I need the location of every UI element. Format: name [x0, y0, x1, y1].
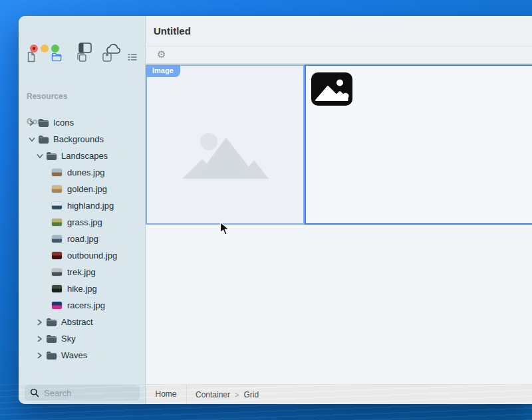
breadcrumb-grid[interactable]: Grid: [243, 390, 259, 399]
tree-item-outbound-jpg[interactable]: outbound.jpg: [19, 247, 145, 264]
folder-icon: [38, 135, 49, 144]
image-node-selected[interactable]: [305, 64, 532, 225]
chevron-right-icon[interactable]: [37, 319, 45, 326]
file-thumbnail: [52, 219, 62, 226]
tree-item-label: golden.jpg: [67, 184, 107, 194]
tree-item-label: trek.jpg: [67, 267, 96, 277]
tab-home[interactable]: Home: [146, 385, 187, 404]
tree-item-label: Sky: [61, 334, 76, 344]
sidebar: Resources Core IconsBackgroundsLandscape…: [19, 16, 146, 404]
tree-item-label: road.jpg: [67, 234, 98, 244]
tree-item-label: grass.jpg: [67, 217, 102, 227]
file-thumbnail: [52, 169, 62, 176]
breadcrumb: Container > Grid: [196, 390, 259, 399]
chevron-down-icon[interactable]: [29, 136, 37, 143]
image-node-empty[interactable]: Image: [146, 64, 305, 225]
tree-item-label: Icons: [53, 118, 74, 128]
tree-item-label: highland.jpg: [67, 201, 114, 211]
duplicate-icon[interactable]: [76, 51, 88, 63]
photo-icon: [311, 72, 352, 108]
folder-icon: [46, 318, 57, 326]
file-thumbnail: [52, 252, 62, 259]
sidebar-toolbar: [19, 51, 145, 63]
tree-item-backgrounds[interactable]: Backgrounds: [19, 131, 145, 148]
mountains-placeholder-icon: [182, 127, 269, 181]
folder-icon: [46, 334, 57, 343]
file-thumbnail: [52, 235, 62, 243]
chevron-right-icon[interactable]: [29, 120, 37, 126]
chevron-down-icon[interactable]: [37, 153, 45, 159]
tree-item-road-jpg[interactable]: road.jpg: [19, 231, 145, 247]
tree-item-waves[interactable]: Waves: [19, 347, 145, 364]
canvas[interactable]: Image: [146, 64, 532, 384]
bottom-bar: Home Container > Grid: [146, 384, 532, 404]
tree-item-label: hike.jpg: [67, 284, 97, 294]
breadcrumb-separator: >: [235, 391, 239, 399]
tree-item-trek-jpg[interactable]: trek.jpg: [19, 264, 145, 280]
new-document-icon[interactable]: [25, 51, 37, 63]
search-icon: [30, 388, 39, 397]
tree-item-hike-jpg[interactable]: hike.jpg: [19, 280, 145, 297]
folder-icon: [46, 152, 57, 160]
folder-icon[interactable]: [51, 51, 63, 63]
tree-item-label: Waves: [61, 350, 87, 360]
file-thumbnail: [52, 185, 62, 193]
search-input[interactable]: Search: [25, 385, 140, 401]
tree-item-label: outbound.jpg: [67, 251, 117, 261]
tree-item-icons[interactable]: Icons: [19, 114, 145, 131]
search-placeholder: Search: [44, 388, 71, 398]
resource-tree: IconsBackgroundsLandscapesdunes.jpggolde…: [19, 114, 145, 364]
save-card-icon[interactable]: [101, 51, 113, 63]
file-thumbnail: [52, 302, 62, 309]
tree-item-label: Backgrounds: [53, 134, 104, 144]
tree-item-highland-jpg[interactable]: highland.jpg: [19, 197, 145, 214]
tree-item-abstract[interactable]: Abstract: [19, 314, 145, 330]
folder-icon: [38, 118, 49, 127]
tree-item-dunes-jpg[interactable]: dunes.jpg: [19, 164, 145, 181]
folder-icon: [46, 351, 57, 360]
chevron-right-icon[interactable]: [37, 336, 45, 342]
desktop-wallpaper: Resources Core IconsBackgroundsLandscape…: [0, 0, 532, 420]
tree-item-sky[interactable]: Sky: [19, 330, 145, 347]
tree-item-label: Abstract: [61, 317, 93, 327]
app-window: Resources Core IconsBackgroundsLandscape…: [19, 16, 532, 404]
outline-list-icon[interactable]: [126, 51, 138, 63]
tree-item-label: dunes.jpg: [67, 167, 104, 177]
file-thumbnail: [52, 202, 62, 209]
main-area: Untitled ⚙ Image: [146, 16, 532, 404]
file-thumbnail: [52, 285, 62, 292]
tree-item-golden-jpg[interactable]: golden.jpg: [19, 181, 145, 197]
tree-item-label: racers.jpg: [67, 300, 105, 310]
tree-item-landscapes[interactable]: Landscapes: [19, 148, 145, 164]
chevron-right-icon[interactable]: [37, 352, 45, 359]
tree-item-label: Landscapes: [61, 151, 108, 161]
settings-gear-icon[interactable]: ⚙: [157, 50, 166, 60]
tree-item-racers-jpg[interactable]: racers.jpg: [19, 297, 145, 314]
canvas-toolbar: ⚙: [146, 47, 532, 64]
document-title: Untitled: [154, 25, 191, 37]
tree-item-grass-jpg[interactable]: grass.jpg: [19, 214, 145, 231]
breadcrumb-container[interactable]: Container: [196, 390, 230, 399]
file-thumbnail: [52, 268, 62, 276]
title-bar: Untitled: [146, 16, 532, 47]
resources-header: Resources: [27, 92, 67, 101]
selection-label-tag: Image: [146, 64, 180, 77]
